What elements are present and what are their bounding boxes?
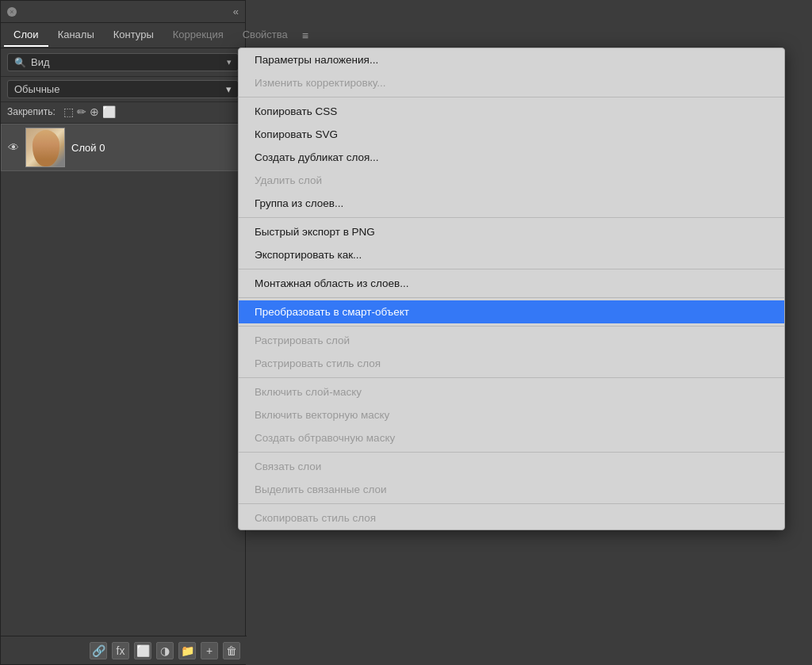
layer-thumbnail (25, 128, 65, 167)
menu-item-link-layers: Связать слои (239, 455, 784, 478)
tab-layers[interactable]: Слои (4, 24, 48, 47)
tab-correction[interactable]: Коррекция (163, 24, 233, 47)
menu-item-copy-svg[interactable]: Копировать SVG (239, 123, 784, 146)
delete-layer-button[interactable]: 🗑 (223, 642, 240, 659)
menu-separator (239, 503, 784, 504)
collapse-button[interactable]: « (233, 6, 239, 17)
menu-item-export-png[interactable]: Быстрый экспорт в PNG (239, 220, 784, 243)
close-button[interactable]: × (7, 7, 17, 17)
menu-item-label-copy-css: Копировать CSS (255, 105, 337, 117)
tab-properties[interactable]: Свойства (233, 24, 297, 47)
menu-item-label-copy-style: Скопировать стиль слоя (255, 512, 376, 524)
menu-item-copy-style: Скопировать стиль слоя (239, 506, 784, 529)
menu-item-label-enable-vector-mask: Включить векторную маску (255, 409, 389, 421)
panel-search-area: 🔍 Вид ▾ (1, 48, 245, 77)
menu-item-group-from-layers[interactable]: Группа из слоев... (239, 192, 784, 215)
menu-item-label-enable-layer-mask: Включить слой-маску (255, 386, 362, 398)
tab-channels[interactable]: Каналы (48, 24, 104, 47)
menu-item-label-export-png: Быстрый экспорт в PNG (255, 226, 375, 238)
layer-name: Слой 0 (71, 142, 105, 154)
menu-item-blend-options[interactable]: Параметры наложения... (239, 48, 784, 71)
menu-separator (239, 377, 784, 378)
lock-move-icon[interactable]: ⊕ (90, 105, 99, 118)
add-mask-button[interactable]: ⬜ (134, 642, 151, 659)
menu-item-select-linked: Выделить связанные слои (239, 478, 784, 501)
menu-separator (239, 217, 784, 218)
blend-mode-label: Обычные (14, 83, 59, 95)
menu-item-label-copy-svg: Копировать SVG (255, 128, 338, 140)
lock-transparency-icon[interactable]: ⬚ (63, 105, 74, 118)
menu-separator (239, 97, 784, 97)
menu-item-rasterize-style: Растрировать стиль слоя (239, 352, 784, 375)
layer-item[interactable]: 👁 Слой 0 (1, 124, 245, 171)
layer-visibility-icon[interactable]: 👁 (8, 141, 19, 154)
layers-panel: × « Слои Каналы Контуры Коррекция Свойст… (0, 0, 246, 665)
menu-item-label-rasterize-layer: Растрировать слой (255, 334, 350, 346)
lock-label: Закрепить: (7, 106, 56, 117)
face-silhouette (33, 130, 59, 166)
lock-row: Закрепить: ⬚ ✏ ⊕ ⬜ (1, 102, 245, 124)
menu-item-label-export-as: Экспортировать как... (255, 249, 362, 261)
blend-mode-dropdown[interactable]: Обычные ▾ (7, 80, 239, 98)
menu-separator (239, 269, 784, 269)
blend-mode-row: Обычные ▾ (1, 77, 245, 102)
menu-item-enable-layer-mask: Включить слой-маску (239, 380, 784, 403)
add-style-button[interactable]: fx (112, 642, 129, 659)
menu-item-label-select-linked: Выделить связанные слои (255, 483, 387, 495)
menu-separator (239, 326, 784, 327)
search-box[interactable]: 🔍 Вид ▾ (7, 53, 239, 71)
menu-item-label-group-from-layers: Группа из слоев... (255, 197, 343, 209)
menu-item-label-rasterize-style: Растрировать стиль слоя (255, 357, 381, 369)
blend-mode-arrow: ▾ (226, 83, 232, 95)
menu-item-artboard-from-layers[interactable]: Монтажная область из слоев... (239, 272, 784, 295)
menu-item-label-duplicate-layer: Создать дубликат слоя... (255, 151, 379, 163)
search-text: Вид (31, 56, 222, 68)
menu-item-rasterize-layer: Растрировать слой (239, 329, 784, 352)
link-layers-button[interactable]: 🔗 (90, 642, 107, 659)
menu-item-enable-vector-mask: Включить векторную маску (239, 403, 784, 426)
menu-item-label-create-clipping-mask: Создать обтравочную маску (255, 432, 395, 444)
menu-item-label-delete-layer: Удалить слой (255, 174, 322, 186)
menu-item-label-link-layers: Связать слои (255, 461, 321, 472)
new-layer-button[interactable]: + (201, 642, 218, 659)
menu-item-label-blend-options: Параметры наложения... (255, 54, 378, 66)
menu-item-edit-adjustment: Изменить корректировку... (239, 71, 784, 94)
menu-item-create-clipping-mask: Создать обтравочную маску (239, 426, 784, 449)
menu-item-delete-layer: Удалить слой (239, 169, 784, 192)
menu-item-copy-css[interactable]: Копировать CSS (239, 100, 784, 123)
new-group-button[interactable]: 📁 (178, 642, 196, 659)
context-menu: Параметры наложения...Изменить корректир… (238, 48, 785, 530)
menu-item-label-artboard-from-layers: Монтажная область из слоев... (255, 277, 408, 289)
lock-artboard-icon[interactable]: ⬜ (102, 105, 116, 118)
panel-title-bar: × « (1, 1, 245, 23)
new-adjustment-button[interactable]: ◑ (156, 642, 174, 659)
panel-bottom-bar: 🔗 fx ⬜ ◑ 📁 + 🗑 (1, 636, 247, 664)
menu-separator (239, 297, 784, 298)
menu-item-duplicate-layer[interactable]: Создать дубликат слоя... (239, 146, 784, 169)
menu-separator (239, 452, 784, 453)
search-dropdown-icon: ▾ (227, 57, 232, 67)
menu-item-label-edit-adjustment: Изменить корректировку... (255, 77, 385, 89)
panel-menu-button[interactable]: ≡ (297, 28, 313, 44)
menu-item-convert-smart[interactable]: Преобразовать в смарт-объект (239, 300, 784, 323)
lock-brush-icon[interactable]: ✏ (77, 105, 86, 118)
app-window: × « Слои Каналы Контуры Коррекция Свойст… (0, 0, 812, 665)
menu-item-export-as[interactable]: Экспортировать как... (239, 243, 784, 266)
menu-item-label-convert-smart: Преобразовать в смарт-объект (255, 306, 409, 318)
panel-tabs: Слои Каналы Контуры Коррекция Свойства ≡ (1, 23, 245, 48)
layer-thumb-image (26, 128, 64, 166)
tab-paths[interactable]: Контуры (104, 24, 163, 47)
lock-icons: ⬚ ✏ ⊕ ⬜ (63, 105, 116, 118)
search-icon: 🔍 (14, 57, 26, 68)
